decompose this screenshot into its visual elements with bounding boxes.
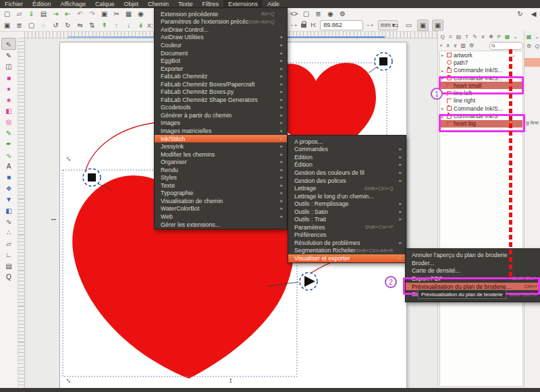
menu-item[interactable]: Couleur ▸ [155, 41, 287, 49]
menu-item[interactable]: Styles ▸ [155, 173, 287, 181]
menu-item[interactable]: Images matricielles ▸ [155, 127, 287, 135]
menu-item[interactable]: JessyInk ▸ [155, 142, 287, 150]
preferences-button[interactable]: ⚙ [338, 9, 348, 19]
menu-item[interactable]: FabLab Chemnitz ▸ [155, 72, 287, 80]
select-all-button[interactable]: ▣ [2, 20, 12, 30]
menu-item[interactable]: Édition ▸ [288, 161, 406, 169]
menu-item[interactable]: Organiser ▸ [155, 158, 287, 166]
menu-item[interactable]: Modifier les chemins ▸ [155, 150, 287, 159]
menu-item[interactable]: Document ▸ [155, 49, 287, 57]
lower-to-bottom-button[interactable]: ↡ [136, 20, 146, 30]
zoom-page-button[interactable]: ◉ [325, 9, 335, 19]
new-document-button[interactable]: ▢ [2, 9, 12, 19]
calligraphy-tool[interactable]: ∿ [2, 150, 16, 161]
stop-command-marker-small-heart[interactable] [375, 53, 392, 70]
objects-dialog-button[interactable]: ≣ [313, 9, 323, 19]
text-tool[interactable]: A [2, 161, 16, 171]
selection-handle-s[interactable]: ↕ [229, 376, 233, 384]
tweak-tool[interactable]: ∿ [2, 216, 16, 227]
menu-edition[interactable]: Édition [28, 0, 56, 8]
scale-stroke-toggle[interactable]: ▭ [390, 20, 400, 30]
lock-ratio-icon[interactable] [301, 24, 307, 29]
menu-item[interactable]: Carte de densité... ▸ [406, 267, 540, 275]
menu-item-inkstitch[interactable]: Ink/Stitch ▸ [155, 135, 287, 143]
menu-item[interactable]: Résolution de problèmes ▸ [288, 239, 406, 247]
fill-stroke-dialog-icon[interactable]: P [496, 34, 502, 40]
menu-item[interactable]: Commandes ▸ [288, 146, 406, 154]
raise-button[interactable]: ↑ [111, 20, 122, 30]
menu-objet[interactable]: Objet [119, 0, 143, 8]
menu-item[interactable]: Edition ▸ [288, 153, 406, 161]
menu-item[interactable]: Outils : Trait ▸ [288, 215, 406, 223]
menu-item[interactable]: Broder... ▸ [406, 259, 540, 267]
height-input[interactable]: 89.862 [320, 20, 363, 30]
menu-item[interactable]: Segmentation Richelieu... Shift+Ctrl+Alt… [288, 247, 406, 255]
collapse-snapbar-button[interactable]: ◀ [529, 9, 539, 19]
menu-item[interactable]: Typographie ▸ [155, 190, 287, 198]
menu-item[interactable]: FabLab Chemnitz Shape Generators ▸ [155, 96, 287, 104]
vertical-ruler[interactable] [18, 38, 25, 388]
export-dialog-icon[interactable]: ▦ [504, 34, 510, 40]
lower-button[interactable]: ↓ [124, 20, 134, 30]
menu-item[interactable]: Visualisation de chemin ▸ [155, 197, 287, 205]
chevron-down-icon[interactable]: ⌄ [534, 34, 540, 40]
expander-icon[interactable]: ▸ [441, 106, 445, 111]
move-gradients-toggle[interactable]: ▣ [417, 20, 429, 31]
menu-item[interactable]: AxiDraw Control... ▸ [155, 26, 287, 34]
expander-icon[interactable]: ▸ [441, 53, 445, 57]
text-dialog-icon[interactable]: T [464, 34, 470, 40]
flip-horizontal-button[interactable]: ⇋ [75, 20, 85, 30]
draw-dialog-icon[interactable]: ✎ [472, 34, 478, 40]
menu-item[interactable]: EggBot ▸ [155, 57, 287, 65]
image-icon[interactable]: ▦ [526, 34, 532, 40]
gear-icon[interactable]: ⚙ [526, 43, 532, 49]
move-patterns-toggle[interactable]: ▣ [432, 20, 443, 31]
menu-item[interactable]: WaterColorBot ▸ [155, 205, 287, 213]
move-up-button[interactable]: ∧ [446, 43, 450, 49]
paste-button[interactable]: ▦ [124, 9, 134, 19]
menu-item[interactable]: Annuler l'aperçu du plan de broderie ▸ [406, 251, 540, 259]
save-button[interactable]: ⇓ [26, 9, 36, 19]
rotate-ccw-button[interactable]: ↺ [51, 20, 61, 30]
menu-item[interactable]: Exporter ▸ [155, 65, 287, 73]
rectangle-tool[interactable]: ■ [2, 72, 16, 83]
pen-tool[interactable]: ✒ [2, 139, 16, 150]
menu-item[interactable]: Gcodetools ▸ [155, 104, 287, 112]
menu-item[interactable]: Générer à partir du chemin ▸ [155, 111, 287, 119]
menu-item[interactable]: Lettrage Shift+Ctrl+Q ▸ [288, 184, 406, 192]
touch-select-button[interactable]: ◌ [38, 20, 49, 30]
selector-tool[interactable]: ⇖ [1, 38, 16, 50]
selection-handle-sw[interactable]: ↔ [64, 374, 75, 385]
snap-toggle-button[interactable]: ↻ [515, 9, 525, 19]
menu-item[interactable]: Paramètres Shift+Ctrl+P ▸ [288, 223, 406, 231]
menu-item[interactable]: A propos... ▸ [288, 138, 406, 146]
pencil-tool[interactable]: ✎ [2, 128, 16, 138]
rotate-cw-button[interactable]: ↻ [63, 20, 73, 30]
selection-handle-w[interactable]: ↔ [50, 214, 57, 222]
menu-fichier[interactable]: Fichier [0, 0, 28, 8]
menu-item[interactable]: Images ▸ [155, 119, 287, 128]
menu-item[interactable]: Lettrage le long d'un chemin... ▸ [288, 192, 406, 200]
redo-button[interactable]: ↷ [87, 9, 97, 19]
copy-button[interactable]: ▣ [99, 9, 109, 19]
stop-command-marker-big-heart[interactable] [83, 169, 101, 186]
menu-item[interactable]: Texte ▸ [155, 181, 287, 190]
paint-bucket-tool[interactable]: ◧ [2, 205, 16, 216]
node-tool[interactable]: ✎ [2, 50, 16, 61]
transform-dialog-icon[interactable]: ❖ [488, 34, 494, 40]
menu-item[interactable]: Web ▸ [155, 213, 287, 221]
visibility-icon[interactable]: ⌄ [512, 53, 516, 58]
deselect-button[interactable]: ▢ [26, 20, 36, 30]
menu-item[interactable]: FabLab Chemnitz Boxes.py ▸ [155, 88, 287, 96]
document-properties-icon[interactable]: ▤ [456, 34, 462, 40]
menu-item[interactable]: Outils : Remplissage ▸ [288, 200, 406, 208]
menu-item[interactable]: Gestion des polices ▸ [288, 177, 406, 185]
objects-dialog-icon[interactable]: ≡ [448, 34, 454, 40]
add-layer-button[interactable]: + [439, 43, 443, 49]
pages-tool[interactable]: ▤ [2, 260, 16, 271]
open-button[interactable]: ▱ [14, 9, 24, 19]
star-tool[interactable]: ★ [2, 94, 16, 105]
height-spinner[interactable]: −+ [367, 22, 374, 28]
chevron-down-icon[interactable]: ⌄ [512, 34, 518, 40]
start-command-marker[interactable] [300, 273, 317, 290]
